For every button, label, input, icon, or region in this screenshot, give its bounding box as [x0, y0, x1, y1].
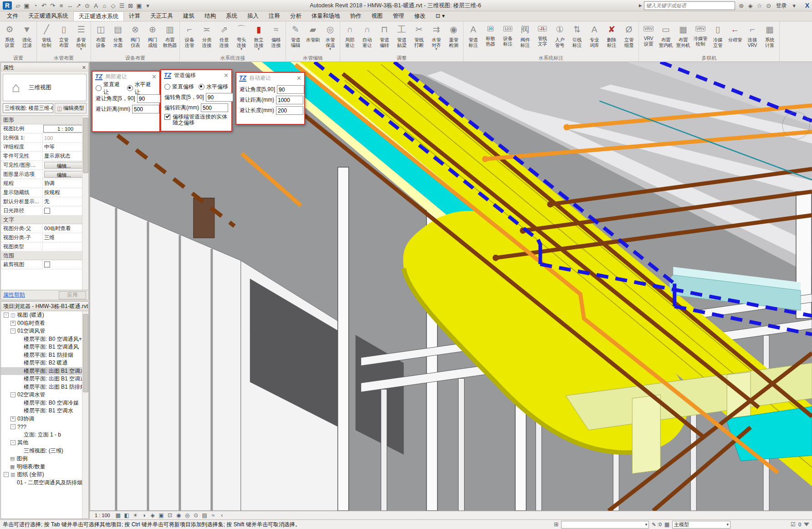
menu-tab-12[interactable]: 协作 [345, 11, 367, 21]
tree-item[interactable]: 01 - 二层空调通风及防排烟系 [1, 479, 88, 487]
scale-button[interactable]: 1 : 100 [92, 512, 113, 519]
tree-item[interactable]: ▦明细表/数量 [1, 463, 88, 471]
properties-scrollbar[interactable] [82, 116, 88, 290]
temporary-hide-isolate-icon[interactable]: ◎ [184, 512, 191, 519]
selection-filter-icon[interactable] [804, 523, 809, 526]
ribbon-button-valve[interactable]: ⊗阀门 仪表 [127, 22, 144, 55]
ribbon-button-local-avoid[interactable]: ∩局部 避让 [341, 22, 358, 55]
reveal-constraints-icon[interactable]: ≈ [209, 512, 217, 519]
tree-item[interactable]: -◫视图 (暖通) [1, 311, 88, 319]
save-icon[interactable]: ▣ [22, 2, 31, 9]
column-block[interactable] [194, 198, 214, 238]
sign-in-icon[interactable]: ⊙ [764, 2, 773, 9]
auto-avoid-field-1[interactable] [276, 96, 303, 104]
radio-option[interactable]: 竖直偏移 [164, 83, 194, 91]
ribbon-button-connect-equipment[interactable]: ⌐设备 连管 [181, 22, 198, 55]
ribbon-button-indoor-unit[interactable]: ▭布置 室内机 [657, 22, 674, 55]
property-checkbox[interactable] [44, 262, 50, 267]
tree-item[interactable]: 楼层平面: B0 空调冷媒 [1, 399, 88, 407]
crop-view-icon[interactable]: ▣ [158, 512, 165, 519]
detail-level-icon[interactable]: ▦ [114, 512, 122, 519]
tree-expander[interactable]: - [4, 313, 9, 318]
reveal-hidden-elements-icon[interactable]: ⊙ [192, 512, 200, 519]
apply-button[interactable]: 应用 [59, 291, 86, 299]
tree-expander[interactable]: - [4, 472, 9, 477]
ribbon-button-pipe-offset[interactable]: ⊓管道 偏转 [376, 22, 393, 55]
ribbon-button-pipe-to-beam[interactable]: 工管道 贴梁 [393, 22, 410, 55]
ribbon-button-entry-number[interactable]: ①入户 管号 [551, 22, 568, 55]
switch-windows-icon[interactable]: ▣ [135, 2, 143, 9]
property-section-header[interactable]: 范围^ [1, 252, 88, 260]
worksets-icon[interactable]: ⊞ [554, 521, 558, 528]
instance-selector[interactable]: 三维视图: 楼层三维-6 ▾ [3, 103, 53, 113]
menu-tab-11[interactable]: 体量和场地 [306, 11, 345, 21]
design-options-icon[interactable]: ▦ [664, 521, 669, 528]
editing-requests-badge[interactable]: ✎ :0 [652, 522, 661, 528]
search-expand-icon[interactable]: ▶ [639, 3, 642, 8]
search-input[interactable] [644, 1, 735, 10]
menu-tab-0[interactable]: 文件 [2, 11, 23, 21]
menu-tab-16[interactable]: ⊡ ▾ [431, 11, 450, 21]
ribbon-button-free-connect[interactable]: ⇗任意 连接 [215, 22, 233, 55]
ribbon-button-branch-pipe[interactable]: ←分歧管 [726, 22, 744, 55]
close-inactive-icon[interactable]: ⊠ [126, 2, 135, 9]
tree-item[interactable]: 三维视图: (三维) [1, 447, 88, 455]
property-section-header[interactable]: 图形^ [1, 116, 88, 124]
menu-tab-14[interactable]: 管理 [388, 11, 409, 21]
redo-icon[interactable]: ↷ [48, 2, 57, 9]
property-checkbox[interactable] [44, 208, 50, 214]
property-value[interactable]: 显示原状态 [42, 152, 88, 160]
ribbon-button-radiator-riser-connect[interactable]: ▮散立 连接▾ [250, 22, 267, 55]
tree-item[interactable]: 楼层平面: B1 防排烟 [1, 351, 88, 360]
menu-tab-3[interactable]: 计算 [124, 11, 145, 21]
open-file-icon[interactable]: ▱ [14, 2, 22, 9]
ribbon-button-insulation[interactable]: ◎水管 保温▾ [322, 22, 339, 55]
ribbon-button-gear[interactable]: ⚙系统 设置 [1, 22, 18, 55]
ribbon-button-equipment-tag[interactable]: 123设备 标注 [499, 22, 516, 55]
menu-tab-6[interactable]: 结构 [199, 11, 221, 21]
ribbon-button-multi-pipe[interactable]: ☰多管 绘制▾ [72, 22, 90, 55]
local-avoid-field-1[interactable] [132, 105, 159, 113]
ribbon-button-overlap-check[interactable]: ◉重管 检测 [445, 22, 462, 55]
ribbon-button-valve-group[interactable]: ⊕阀门 成组 [144, 22, 161, 55]
customize-icon[interactable]: ▾ [143, 2, 152, 9]
ribbon-button-manifold[interactable]: ▤分集 水器 [109, 22, 127, 55]
close-icon[interactable]: ✕ [82, 65, 86, 71]
workset-select[interactable]: ▾ [561, 521, 649, 529]
menu-tab-9[interactable]: 注释 [264, 11, 285, 21]
undo-icon[interactable]: ↶ [40, 2, 48, 9]
pipe-offset-field-0[interactable] [206, 93, 233, 102]
menu-tab-2[interactable]: 天正暖通水系统 [73, 11, 124, 21]
tree-item[interactable]: 楼层平面: B1 空调通风 [1, 343, 88, 351]
ribbon-button-pipe-align[interactable]: ⇉水管 对齐▾ [428, 22, 445, 55]
property-value[interactable]: 三维 [42, 233, 88, 242]
menu-tab-13[interactable]: 视图 [367, 11, 388, 21]
default-3d-view-icon[interactable]: ⌂ [100, 2, 109, 9]
visual-style-icon[interactable]: ◧ [123, 512, 131, 519]
ribbon-button-refrigerant-pipe[interactable]: VRV冷媒管 绘制 [692, 22, 709, 55]
ribbon-button-radiator[interactable]: ▥布置 散热器 [161, 22, 179, 55]
ribbon-button-pipe-draw[interactable]: ╱管线 绘制 [38, 22, 55, 55]
collapse-arrow-icon[interactable]: ‹ [218, 512, 226, 519]
temporary-view-properties-icon[interactable]: ▤ [201, 512, 209, 519]
edit-type-button[interactable]: ◫ 编辑类型 [55, 103, 87, 113]
ribbon-button-leader-tag[interactable]: ⇅引线 标注 [568, 22, 586, 55]
ribbon-button-equipment[interactable]: ◫布置 设备 [92, 22, 109, 55]
menu-tab-10[interactable]: 分析 [285, 11, 306, 21]
ribbon-button-radiator-tag[interactable]: 20标散 热器 [482, 22, 499, 55]
ribbon-button-system-calc[interactable]: ▦系统 计算 [761, 22, 778, 55]
menu-tab-5[interactable]: 建筑 [178, 11, 199, 21]
sync-icon[interactable]: ◔ [31, 2, 40, 9]
auto-avoid-field-0[interactable] [277, 85, 304, 94]
menu-tab-1[interactable]: 天正暖通风系统 [23, 11, 73, 21]
thin-lines-icon[interactable]: ☰ [117, 2, 126, 9]
chevron-down-icon[interactable]: ▾ [790, 2, 799, 9]
menu-tab-15[interactable]: 修改 [409, 11, 431, 21]
ribbon-button-riser-detail[interactable]: Ø立管 细显 [620, 22, 638, 55]
text-icon[interactable]: A [92, 2, 100, 9]
ribbon-button-pipe-brush[interactable]: ▰水管刷 [304, 22, 322, 55]
type-preview[interactable]: ⌂ 三维视图 [3, 74, 87, 101]
close-icon[interactable]: ✕ [152, 73, 157, 80]
tree-expander[interactable]: + [10, 321, 15, 326]
tree-expander[interactable]: - [10, 392, 15, 397]
